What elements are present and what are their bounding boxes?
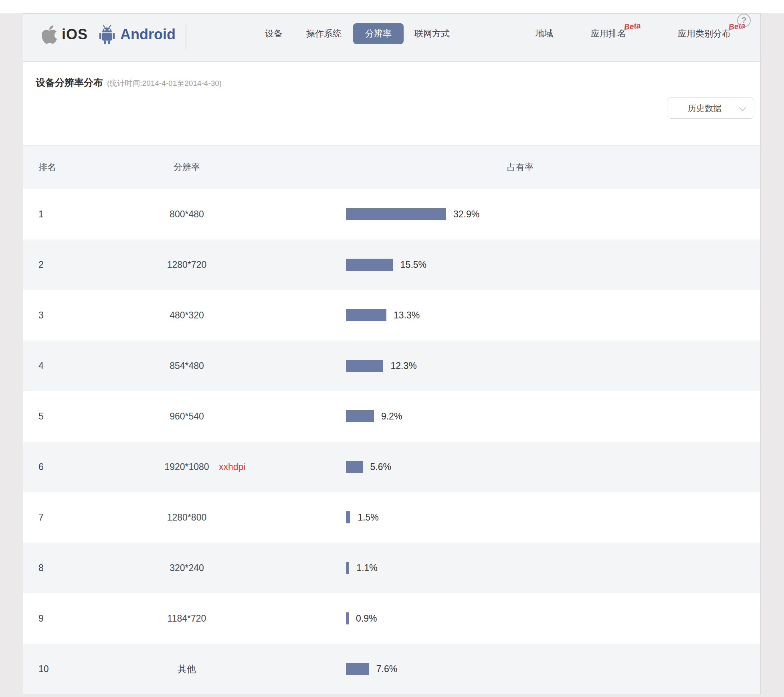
share-bar-area: 7.6% [346,644,756,694]
share-bar-area: 1.1% [346,543,756,593]
table-row: 1800*48032.9% [23,189,760,239]
rank-cell: 6 [38,462,44,472]
share-bar-area: 0.9% [346,593,756,644]
tab-network-label: 联网方式 [414,28,450,38]
table-row: 3480*32013.3% [23,290,760,340]
header-share: 占有率 [480,161,560,173]
ios-label: iOS [62,26,88,43]
resolution-value: 1280*800 [167,512,207,523]
resolution-cell: 960*540 [99,411,275,422]
dropdown-value: 历史数据 [688,103,721,114]
share-value: 5.6% [370,462,391,472]
table-body: 1800*48032.9%21280*72015.5%3480*32013.3%… [23,189,760,694]
rank-cell: 4 [38,361,44,371]
report-header: 设备分辨率分布(统计时间:2014-4-01至2014-4-30) 历史数据 [23,62,760,146]
table-row: 71280*8001.5% [23,492,760,543]
table-row: 21280*72015.5% [23,239,760,290]
rank-cell: 8 [38,563,44,573]
header-rank: 排名 [38,161,56,173]
share-value: 7.6% [376,664,397,675]
tab-app-category-label: 应用类别分布 [678,28,731,38]
resolution-value: 1184*720 [168,613,206,624]
resolution-value: 854*480 [170,361,204,371]
tab-region-label: 地域 [535,28,553,38]
divider [186,25,186,50]
resolution-cell: 854*480 [99,361,275,371]
tab-network[interactable]: 联网方式 [414,28,450,40]
share-bar [346,461,363,473]
resolution-value: 1920*1080 [164,462,209,472]
resolution-cell: 480*320 [99,310,275,321]
resolution-cell: 其他 [99,663,275,675]
rank-cell: 7 [38,512,44,523]
share-value: 12.3% [390,361,416,371]
resolution-value: 960*540 [170,411,204,421]
rank-cell: 1 [38,209,44,220]
platform-toggle-ios[interactable]: iOS [41,24,88,45]
share-bar [346,259,393,271]
table-row: 8320*2401.1% [23,543,760,593]
android-icon [98,24,116,45]
resolution-cell: 1280*800 [99,512,275,523]
analytics-panel: iOS [23,13,761,694]
tab-app-category[interactable]: 应用类别分布Beta [678,28,731,40]
history-data-dropdown[interactable]: 历史数据 [667,97,754,119]
share-bar [346,360,383,372]
dpi-annotation: xxhdpi [219,462,245,472]
platform-toggle-android[interactable]: Android [98,24,176,45]
share-bar [346,309,386,321]
android-label: Android [120,26,176,43]
date-range: (统计时间:2014-4-01至2014-4-30) [107,79,222,87]
share-value: 1.1% [356,563,377,573]
tab-os[interactable]: 操作系统 [306,28,341,40]
top-navigation-bar: iOS [23,14,760,62]
table-header-row: 排名 分辨率 占有率 [23,146,760,189]
resolution-value: 其他 [178,664,196,674]
tab-device[interactable]: 设备 [265,28,283,40]
tab-device-label: 设备 [265,28,283,38]
share-bar [346,410,374,422]
share-value: 1.5% [358,512,378,523]
share-bar-area: 1.5% [346,492,756,543]
share-value: 0.9% [356,613,377,624]
share-value: 15.5% [400,259,426,270]
rank-cell: 10 [38,664,49,675]
rank-cell: 3 [38,310,44,321]
resolution-cell: 320*240 [99,563,275,573]
share-bar-area: 13.3% [346,290,756,340]
table-row: 10其他7.6% [23,644,760,694]
resolution-value: 320*240 [170,563,204,573]
tab-region[interactable]: 地域 [535,28,553,40]
share-bar [346,612,349,624]
rank-cell: 5 [38,411,44,422]
resolution-cell: 1920*1080xxhdpi [99,462,275,472]
share-bar-area: 32.9% [346,189,756,239]
table-row: 61920*1080xxhdpi5.6% [23,442,760,492]
page-title: 设备分辨率分布 [36,77,103,88]
tab-resolution[interactable]: 分辨率 [353,23,404,44]
resolution-value: 800*480 [170,209,204,219]
rank-cell: 9 [38,613,44,624]
help-icon[interactable]: ? [737,14,751,27]
tab-app-ranking[interactable]: 应用排名Beta [591,28,626,40]
share-value: 32.9% [453,209,479,220]
share-bar [346,663,369,675]
tab-app-ranking-label: 应用排名 [591,28,626,38]
resolution-cell: 1184*720 [99,613,275,624]
resolution-table: 排名 分辨率 占有率 1800*48032.9%21280*72015.5%34… [23,146,760,694]
beta-badge: Beta [624,21,641,32]
resolution-cell: 800*480 [99,209,275,220]
table-row: 91184*7200.9% [23,593,760,644]
share-bar [346,208,446,220]
share-value: 13.3% [394,310,420,321]
tab-os-label: 操作系统 [306,28,341,38]
resolution-value: 1280*720 [167,259,207,270]
share-bar [346,562,349,574]
rank-cell: 2 [38,259,44,270]
resolution-value: 480*320 [170,310,204,320]
table-row: 5960*5409.2% [23,391,760,442]
header-resolution: 分辨率 [99,161,275,173]
share-bar [346,511,350,523]
resolution-cell: 1280*720 [99,259,275,270]
chevron-down-icon [739,104,746,111]
